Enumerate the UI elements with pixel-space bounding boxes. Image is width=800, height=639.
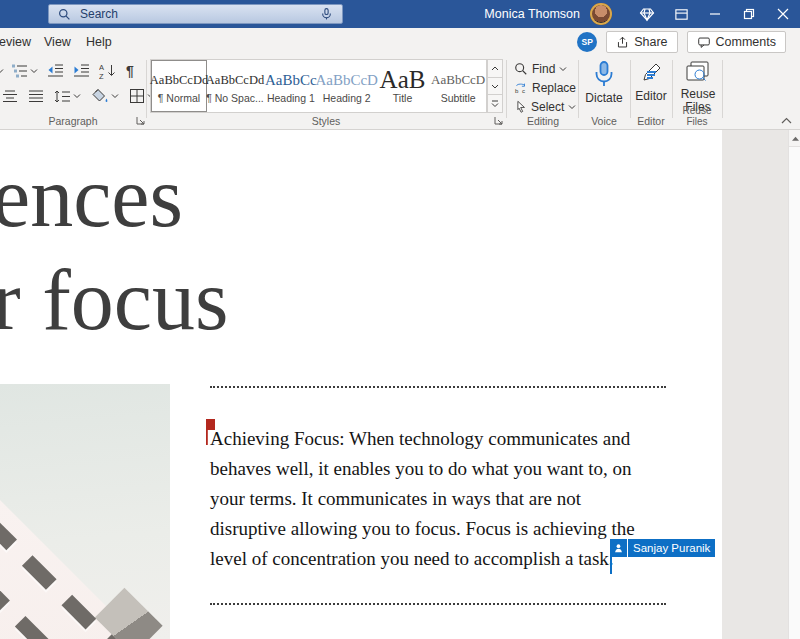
svg-text:Z: Z	[99, 72, 104, 80]
editor-pencil-icon	[638, 60, 664, 86]
editor-button[interactable]: Editor	[632, 60, 670, 103]
avatar[interactable]	[590, 3, 612, 25]
editor-group-label: Editor	[630, 115, 672, 127]
ribbon: AZ ¶ Paragraph	[0, 56, 800, 130]
building-shape	[0, 500, 170, 639]
search-placeholder: Search	[80, 7, 118, 21]
collaborator-caret	[610, 557, 612, 574]
decrease-indent-button[interactable]	[45, 62, 66, 80]
paragraph-group-label: Paragraph	[0, 115, 146, 127]
chevron-down-icon	[568, 104, 576, 110]
ribbon-tab-row: Review View Help SP Share Comments	[0, 28, 800, 56]
voice-group-label: Voice	[580, 115, 628, 127]
svg-text:b: b	[515, 87, 519, 94]
tab-help[interactable]: Help	[86, 28, 112, 56]
tab-review[interactable]: Review	[0, 28, 31, 56]
style-heading-1[interactable]: AaBbCc Heading 1	[263, 60, 319, 112]
comment-icon	[697, 36, 711, 49]
increase-indent-button[interactable]	[71, 62, 92, 80]
reuse-files-group-label: Reuse Files	[672, 105, 722, 127]
select-cursor-icon	[514, 100, 527, 114]
share-icon	[616, 36, 629, 49]
styles-group-label: Styles	[146, 115, 506, 127]
styles-gallery-scroll	[487, 59, 503, 113]
chevron-down-icon[interactable]	[0, 68, 4, 74]
style-normal[interactable]: AaBbCcDd ¶ Normal	[151, 60, 207, 112]
replace-icon: bc	[514, 81, 528, 95]
word-window: Search Monica Thomson	[0, 0, 800, 639]
replace-button[interactable]: bc Replace	[514, 79, 576, 97]
paragraph-group-row1: AZ ¶	[0, 62, 136, 80]
styles-dialog-launcher-icon[interactable]	[494, 116, 503, 125]
gallery-more-icon[interactable]	[487, 95, 503, 113]
person-icon	[610, 539, 628, 557]
shading-button[interactable]	[89, 87, 121, 105]
collaborator-presence-badge[interactable]: SP	[577, 32, 597, 52]
style-no-spacing[interactable]: AaBbCcDd ¶ No Spac...	[207, 60, 263, 112]
select-button[interactable]: Select	[514, 98, 576, 116]
share-button[interactable]: Share	[606, 31, 677, 53]
dictate-button[interactable]: Dictate	[582, 60, 626, 105]
scroll-up-icon[interactable]	[789, 130, 800, 147]
comments-button[interactable]: Comments	[687, 31, 786, 53]
collapse-ribbon-icon[interactable]	[781, 117, 792, 124]
gallery-scroll-up-icon[interactable]	[487, 59, 503, 78]
justify-button[interactable]	[26, 88, 46, 104]
style-heading-2[interactable]: AaBbCcD Heading 2	[319, 60, 375, 112]
document-heading: encesr focus	[0, 146, 228, 352]
paragraph-bottom-dotted-border	[210, 603, 666, 605]
paragraph-dialog-launcher-icon[interactable]	[136, 116, 145, 125]
align-center-button[interactable]	[0, 88, 20, 104]
multilevel-list-button[interactable]	[9, 62, 40, 80]
dictate-mic-icon	[592, 60, 616, 88]
minimize-button[interactable]	[698, 0, 732, 28]
document-canvas-margin	[722, 130, 788, 639]
reuse-files-icon	[685, 60, 711, 84]
paragraph-top-dotted-border	[210, 386, 666, 388]
restore-button[interactable]	[732, 0, 766, 28]
search-icon	[58, 8, 71, 21]
building-photo[interactable]	[0, 384, 170, 639]
paragraph-group-row2	[0, 87, 157, 105]
line-spacing-button[interactable]	[52, 88, 83, 105]
find-button[interactable]: Find	[514, 60, 567, 78]
style-subtitle[interactable]: AaBbCcD Subtitle	[430, 60, 486, 112]
tab-view[interactable]: View	[44, 28, 71, 56]
editing-group-label: Editing	[508, 115, 578, 127]
search-voice-icon[interactable]	[320, 7, 333, 21]
gallery-scroll-down-icon[interactable]	[487, 78, 503, 96]
close-button[interactable]	[766, 0, 800, 28]
chevron-down-icon	[559, 66, 567, 72]
premium-diamond-icon[interactable]	[630, 0, 664, 28]
svg-text:c: c	[522, 87, 525, 94]
account-user-name[interactable]: Monica Thomson	[484, 7, 580, 21]
collaborator-name: Sanjay Puranik	[628, 539, 715, 557]
style-title[interactable]: AaB Title	[375, 60, 431, 112]
vertical-scrollbar[interactable]	[788, 130, 800, 639]
ribbon-display-options-icon[interactable]	[664, 0, 698, 28]
find-icon	[514, 62, 528, 76]
document-paragraph[interactable]: Achieving Focus: When technology communi…	[210, 424, 635, 574]
show-formatting-marks-button[interactable]: ¶	[124, 62, 136, 80]
search-input[interactable]: Search	[48, 4, 343, 24]
collaborator-cursor-label[interactable]: Sanjay Puranik	[610, 539, 715, 557]
styles-gallery: AaBbCcDd ¶ Normal AaBbCcDd ¶ No Spac... …	[150, 59, 487, 113]
sort-button[interactable]: AZ	[97, 62, 119, 80]
title-bar: Search Monica Thomson	[0, 0, 800, 28]
